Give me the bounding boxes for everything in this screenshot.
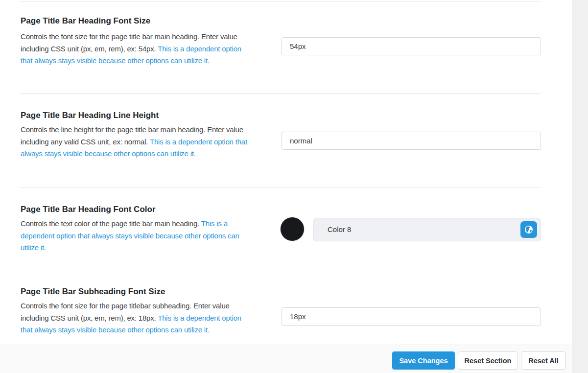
section-divider (20, 268, 541, 268)
global-color-button[interactable] (520, 221, 537, 238)
section-divider (20, 187, 541, 187)
section-divider (20, 93, 541, 93)
option-description: Controls the font size for the page titl… (21, 31, 251, 67)
option-row-heading-font-size: Page Title Bar Heading Font Size Control… (0, 1, 572, 92)
description-text: Controls the text color of the page titl… (21, 219, 201, 228)
reset-section-button[interactable]: Reset Section (458, 351, 518, 370)
subheading-font-size-input[interactable] (282, 307, 541, 326)
color-picker-field[interactable]: Color 8 (313, 218, 541, 241)
footer-buttons-group: Save Changes Reset Section Reset All (345, 345, 572, 373)
section-divider (20, 1, 541, 1)
option-description: Controls the line height for the page ti… (21, 124, 251, 160)
option-title: Page Title Bar Heading Font Color (21, 204, 256, 215)
option-description: Controls the text color of the page titl… (21, 218, 251, 254)
reset-all-button[interactable]: Reset All (521, 351, 566, 370)
option-title: Page Title Bar Heading Line Height (21, 110, 256, 121)
option-title: Page Title Bar Heading Font Size (21, 16, 256, 26)
option-description: Controls the font size for the page titl… (21, 300, 251, 336)
save-changes-button[interactable]: Save Changes (392, 351, 455, 370)
heading-font-size-input[interactable] (282, 37, 541, 55)
color-swatch[interactable] (280, 217, 305, 241)
option-title: Page Title Bar Subheading Font Size (21, 286, 256, 297)
theme-options-panel: Page Title Bar Heading Font Size Control… (0, 0, 588, 373)
globe-icon (524, 225, 534, 234)
heading-font-color-control: Color 8 (280, 217, 541, 241)
footer-action-bar: Save Changes Reset Section Reset All (0, 345, 572, 373)
color-picker-value: Color 8 (328, 225, 351, 233)
option-row-heading-line-height: Page Title Bar Heading Line Height Contr… (0, 93, 572, 186)
page-background-strip (572, 0, 588, 373)
option-row-heading-font-color: Page Title Bar Heading Font Color Contro… (0, 187, 572, 267)
heading-line-height-input[interactable] (282, 132, 541, 150)
